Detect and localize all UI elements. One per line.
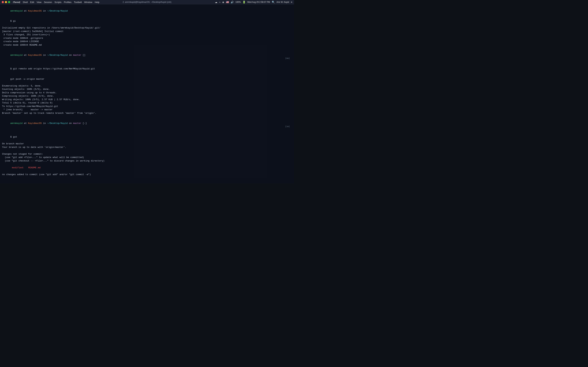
menu-toolbelt[interactable]: Toolbelt: [74, 1, 82, 3]
output-2-2: Counting objects: 100% (5/5), done.: [2, 88, 292, 91]
prompt-on-2: on: [68, 54, 73, 57]
prompt-user-3: amrmkayid: [10, 122, 23, 125]
menu-session[interactable]: Session: [44, 1, 52, 3]
menu-iterm2[interactable]: iTerm2: [13, 1, 20, 3]
output-2-7: To https://github.com/AmrMKayid/Kayid.gi…: [2, 105, 292, 108]
spacer-3b: [2, 163, 292, 166]
prompt-line-1: amrmkayid at KayidmacOS in ~/Desktop/Kay…: [2, 6, 292, 16]
output-1-2: [master (root-commit) 5a28b9d] Initial c…: [2, 30, 292, 33]
menu-help[interactable]: Help: [95, 1, 99, 3]
prompt-symbol-2: $: [10, 67, 13, 70]
output-1-4: create mode 100644 .gitignore: [2, 36, 292, 40]
prompt-host-2: KayidmacOS: [28, 54, 42, 57]
menu-icon[interactable]: ≡: [291, 1, 292, 3]
command-1: gi: [13, 20, 16, 22]
output-2-6: Total 5 (delta 0), reused 0 (delta 0): [2, 101, 292, 105]
datetime: Wed Aug 29 2:58:07 PM: [247, 1, 270, 3]
command-2b: git push -u origin master: [10, 78, 44, 80]
prompt-branch-3: master: [73, 122, 81, 125]
output-2-1: Enumerating objects: 5, done.: [2, 84, 292, 88]
prompt-symbol-1: $: [10, 20, 13, 22]
menu-window[interactable]: Window: [84, 1, 92, 3]
prompt-line-3: amrmkayid at KayidmacOS in ~/Desktop/Kay…: [2, 118, 292, 132]
command-line-2b: git push -u origin master: [2, 74, 292, 84]
spacer-1: [2, 47, 292, 50]
prompt-host-1: KayidmacOS: [28, 10, 42, 12]
time-3: [1m]: [285, 125, 290, 128]
output-1-3: 3 files changed, 251 insertions(+): [2, 33, 292, 36]
prompt-status-4: [*=]: [81, 183, 88, 184]
speaker-icon: 🔊: [231, 1, 234, 3]
menu-scripts[interactable]: Scripts: [54, 1, 61, 3]
prompt-symbol-3: $: [10, 136, 13, 138]
prompt-on-4: on: [68, 183, 73, 184]
traffic-lights: [2, 1, 10, 3]
prompt-in-4: in: [42, 183, 47, 184]
output-2-5: Writing objects: 100% (5/5), 2.57 KiB | …: [2, 98, 292, 101]
username: Amr M. Kayid: [277, 1, 289, 3]
command-line-1: $ gi: [2, 16, 292, 26]
prompt-line-2: amrmkayid at KayidmacOS in ~/Desktop/Kay…: [2, 50, 292, 64]
command-2: git remote add origin https://github.com…: [13, 67, 95, 70]
prompt-status-3: [-]: [81, 122, 87, 125]
output-3-6: modified: README.md: [2, 166, 292, 169]
output-1-6: create mode 100644 README.md: [2, 43, 292, 47]
menu-edit[interactable]: Edit: [30, 1, 34, 3]
menu-bar: iTerm2 Shell Edit View Session Scripts P…: [13, 1, 99, 3]
prompt-at-2: at: [23, 54, 28, 57]
prompt-branch-2: master: [73, 54, 81, 57]
spacer-2: [2, 115, 292, 118]
maximize-button[interactable]: [8, 1, 10, 3]
titlebar-right: ☁ ⌁ ◈ 🇺🇸 🔊 100% 🔋 Wed Aug 29 2:58:07 PM …: [215, 1, 292, 3]
output-3-4: (use "git add <file>..." to update what …: [2, 156, 292, 159]
prompt-path-4: ~/Desktop/Kayid: [47, 183, 68, 184]
flag-icon: 🇺🇸: [226, 1, 229, 3]
output-3-1: On branch master: [2, 142, 292, 146]
output-3-3: Changes not staged for commit:: [2, 152, 292, 156]
spacer-3c: [2, 169, 292, 173]
command-line-2: $ git remote add origin https://github.c…: [2, 64, 292, 74]
output-2-8: * [new branch] master -> master: [2, 108, 292, 111]
output-2-3: Delta compression using up to 4 threads.: [2, 91, 292, 95]
prompt-at-3: at: [23, 122, 28, 125]
prompt-line-4: amrmkayid at KayidmacOS in ~/Desktop/Kay…: [2, 180, 292, 184]
spacer-3a: [2, 149, 292, 152]
prompt-at-1: at: [23, 10, 28, 12]
battery-icon: 🔋: [242, 1, 245, 3]
titlebar: iTerm2 Shell Edit View Session Scripts P…: [0, 0, 294, 4]
prompt-status-2: []: [81, 54, 85, 57]
prompt-in-2: in: [42, 54, 47, 57]
prompt-path-2: ~/Desktop/Kayid: [47, 54, 68, 57]
bluetooth-icon: ⌁: [219, 1, 221, 3]
output-2-9: Branch 'master' set up to track remote b…: [2, 111, 292, 115]
prompt-in-3: in: [42, 122, 47, 125]
prompt-branch-4: master: [73, 183, 81, 184]
prompt-user-2: amrmkayid: [10, 54, 23, 57]
output-2-4: Compressing objects: 100% (4/4), done.: [2, 94, 292, 98]
output-3-7: no changes added to commit (use "git add…: [2, 173, 292, 176]
terminal-content: amrmkayid at KayidmacOS in ~/Desktop/Kay…: [2, 6, 292, 184]
search-icon[interactable]: 🔍: [272, 1, 275, 3]
prompt-user-4: amrmkayid: [10, 183, 23, 184]
prompt-host-3: KayidmacOS: [28, 122, 42, 125]
command-line-3: $ gst: [2, 132, 292, 142]
prompt-in-1: in: [42, 10, 47, 12]
output-1-5: create mode 100644 LICENSE: [2, 40, 292, 43]
time-2: [0m]: [285, 57, 290, 60]
menu-profiles[interactable]: Profiles: [64, 1, 71, 3]
prompt-user-1: amrmkayid: [10, 10, 23, 12]
menu-view[interactable]: View: [37, 1, 42, 3]
menu-shell[interactable]: Shell: [23, 1, 28, 3]
output-3-2: Your branch is up to date with 'origin/m…: [2, 146, 292, 149]
prompt-host-4: KayidmacOS: [28, 183, 42, 184]
close-button[interactable]: [2, 1, 4, 3]
output-1-1: Initialized empty Git repository in /Use…: [2, 26, 292, 30]
prompt-on-3: on: [68, 122, 73, 125]
output-3-5: (use "git checkout -- <file>..." to disc…: [2, 159, 292, 163]
cloud-icon: ☁: [215, 1, 217, 3]
command-3: gst: [13, 136, 17, 138]
minimize-button[interactable]: [5, 1, 7, 3]
terminal[interactable]: amrmkayid at KayidmacOS in ~/Desktop/Kay…: [0, 4, 294, 184]
spacer-3d: [2, 176, 292, 180]
battery-percent: 100%: [235, 1, 241, 3]
